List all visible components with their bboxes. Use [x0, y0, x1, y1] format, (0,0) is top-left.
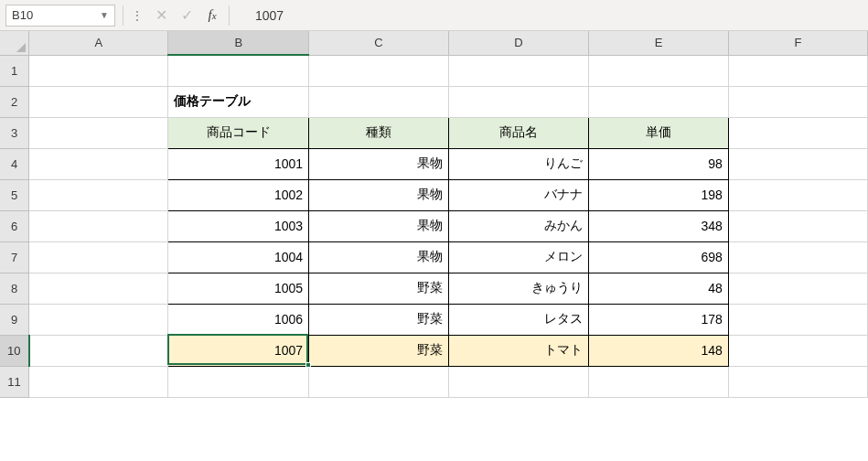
- row-header-9[interactable]: 9: [0, 304, 29, 335]
- cell-D11[interactable]: [448, 366, 588, 397]
- cell-E6[interactable]: 348: [589, 210, 729, 241]
- cell-B10[interactable]: 1007: [168, 335, 309, 366]
- cell-A11[interactable]: [29, 366, 168, 397]
- cell-F11[interactable]: [728, 366, 867, 397]
- name-box[interactable]: B10 ▼: [5, 5, 115, 27]
- cell-E5[interactable]: 198: [589, 179, 729, 210]
- row-header-4[interactable]: 4: [0, 148, 29, 179]
- separator: [123, 5, 123, 26]
- cell-E3[interactable]: 単価: [589, 117, 729, 148]
- cell-E8[interactable]: 48: [589, 273, 729, 304]
- cell-A5[interactable]: [29, 179, 168, 210]
- cell-E2[interactable]: [589, 86, 729, 117]
- cell-D2[interactable]: [448, 86, 588, 117]
- enter-icon[interactable]: ✓: [177, 6, 196, 25]
- column-header-F[interactable]: F: [728, 31, 867, 55]
- cell-A10[interactable]: [29, 335, 168, 366]
- cell-C7[interactable]: 果物: [309, 241, 449, 273]
- cell-F8[interactable]: [728, 273, 867, 304]
- row-header-1[interactable]: 1: [0, 55, 29, 86]
- formula-bar: B10 ▼ ⋮ ✕ ✓ fx 1007: [0, 0, 868, 31]
- cell-D4[interactable]: りんご: [448, 148, 588, 179]
- cell-F1[interactable]: [728, 55, 867, 86]
- cell-F4[interactable]: [728, 148, 867, 179]
- cell-C1[interactable]: [309, 55, 449, 86]
- drag-handle-icon[interactable]: ⋮: [131, 8, 145, 23]
- cell-E9[interactable]: 178: [589, 304, 729, 335]
- cell-A9[interactable]: [29, 304, 168, 335]
- cell-C3[interactable]: 種類: [309, 117, 449, 148]
- cell-A2[interactable]: [29, 86, 168, 117]
- row-header-7[interactable]: 7: [0, 241, 29, 273]
- cell-F2[interactable]: [728, 86, 867, 117]
- spreadsheet-grid[interactable]: ABCDEF12価格テーブル3商品コード種類商品名単価41001果物りんご985…: [0, 31, 868, 398]
- cell-C9[interactable]: 野菜: [309, 304, 449, 335]
- row-header-6[interactable]: 6: [0, 210, 29, 241]
- cell-D3[interactable]: 商品名: [448, 117, 588, 148]
- cell-F5[interactable]: [728, 179, 867, 210]
- cell-D5[interactable]: バナナ: [448, 179, 588, 210]
- cell-B7[interactable]: 1004: [168, 241, 309, 273]
- select-all-corner[interactable]: [0, 31, 29, 55]
- cell-C10[interactable]: 野菜: [309, 335, 449, 366]
- cell-A7[interactable]: [29, 241, 168, 273]
- cell-C6[interactable]: 果物: [309, 210, 449, 241]
- cell-D10[interactable]: トマト: [448, 335, 588, 366]
- cell-D9[interactable]: レタス: [448, 304, 588, 335]
- cell-C4[interactable]: 果物: [309, 148, 449, 179]
- cell-B5[interactable]: 1002: [168, 179, 309, 210]
- cancel-icon[interactable]: ✕: [152, 6, 170, 25]
- cell-C11[interactable]: [309, 366, 449, 397]
- column-header-C[interactable]: C: [309, 31, 449, 55]
- column-header-E[interactable]: E: [589, 31, 729, 55]
- cell-F6[interactable]: [728, 210, 867, 241]
- cell-C5[interactable]: 果物: [309, 179, 449, 210]
- cell-C2[interactable]: [309, 86, 449, 117]
- cell-A1[interactable]: [29, 55, 168, 86]
- row-header-10[interactable]: 10: [0, 335, 29, 366]
- formula-input[interactable]: 1007: [237, 5, 863, 27]
- row-header-5[interactable]: 5: [0, 179, 29, 210]
- cell-E10[interactable]: 148: [589, 335, 729, 366]
- cell-B4[interactable]: 1001: [168, 148, 309, 179]
- cell-A6[interactable]: [29, 210, 168, 241]
- cell-F10[interactable]: [728, 335, 867, 366]
- row-header-11[interactable]: 11: [0, 366, 29, 397]
- cell-B2[interactable]: 価格テーブル: [168, 86, 309, 117]
- cell-D8[interactable]: きゅうり: [448, 273, 588, 304]
- cell-A3[interactable]: [29, 117, 168, 148]
- name-box-value: B10: [12, 8, 33, 22]
- column-header-B[interactable]: B: [168, 31, 309, 55]
- cell-D6[interactable]: みかん: [448, 210, 588, 241]
- cell-F9[interactable]: [728, 304, 867, 335]
- row-header-8[interactable]: 8: [0, 273, 29, 304]
- cell-B1[interactable]: [168, 55, 309, 86]
- cell-B11[interactable]: [168, 366, 309, 397]
- cell-B9[interactable]: 1006: [168, 304, 309, 335]
- row-header-2[interactable]: 2: [0, 86, 29, 117]
- column-header-A[interactable]: A: [29, 31, 168, 55]
- cell-A4[interactable]: [29, 148, 168, 179]
- cell-E7[interactable]: 698: [589, 241, 729, 273]
- cell-D7[interactable]: メロン: [448, 241, 588, 273]
- cell-F3[interactable]: [728, 117, 867, 148]
- cell-F7[interactable]: [728, 241, 867, 273]
- cell-B3[interactable]: 商品コード: [168, 117, 309, 148]
- fill-handle[interactable]: [305, 362, 311, 368]
- separator: [229, 5, 230, 26]
- chevron-down-icon[interactable]: ▼: [100, 10, 109, 20]
- cell-A8[interactable]: [29, 273, 168, 304]
- cell-D1[interactable]: [448, 55, 588, 86]
- cell-E4[interactable]: 98: [589, 148, 729, 179]
- cell-E1[interactable]: [589, 55, 729, 86]
- cell-B8[interactable]: 1005: [168, 273, 309, 304]
- fx-icon[interactable]: fx: [203, 6, 221, 25]
- row-header-3[interactable]: 3: [0, 117, 29, 148]
- cell-E11[interactable]: [589, 366, 729, 397]
- column-header-D[interactable]: D: [448, 31, 588, 55]
- cell-B6[interactable]: 1003: [168, 210, 309, 241]
- cell-C8[interactable]: 野菜: [309, 273, 449, 304]
